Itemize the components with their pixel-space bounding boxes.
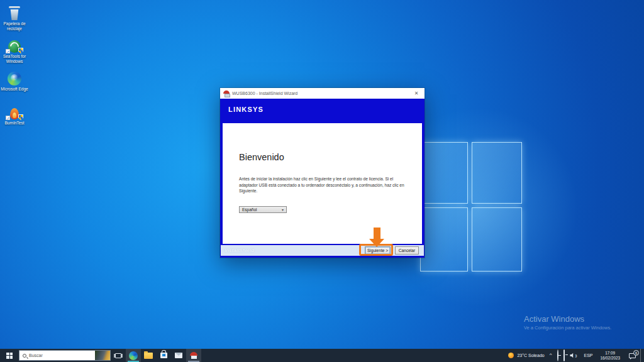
windows-logo-pane bbox=[420, 142, 468, 204]
desktop-icon-burnintest[interactable]: ↗ BurnInTest bbox=[0, 104, 29, 126]
dialog-titlebar[interactable]: WUSB6300 - InstallShield Wizard ✕ bbox=[220, 88, 425, 99]
close-icon[interactable]: ✕ bbox=[411, 90, 421, 96]
clock-date: 16/02/2023 bbox=[600, 356, 620, 360]
mail-icon bbox=[175, 353, 182, 358]
desktop-icon-label: SeaTools for Windows bbox=[1, 54, 28, 63]
microsoft-store-icon bbox=[160, 353, 167, 358]
cancel-button[interactable]: Cancelar bbox=[395, 246, 419, 255]
taskbar-edge-button[interactable] bbox=[126, 349, 141, 362]
system-tray: 23°C Soleado ^ )) ESP 17:09 16/02/2023 6 bbox=[508, 349, 644, 362]
show-desktop-button[interactable] bbox=[640, 349, 643, 362]
taskbar-file-explorer-button[interactable] bbox=[141, 349, 156, 362]
dialog-content-panel: Bienvenido Antes de iniciar la instalaci… bbox=[223, 123, 422, 244]
weather-widget[interactable]: 23°C Soleado bbox=[517, 353, 544, 358]
dialog-body: LINKSYS Bienvenido Antes de iniciar la i… bbox=[220, 99, 425, 258]
desktop-icon-label: Papelera de reciclaje bbox=[1, 21, 28, 31]
task-view-button[interactable] bbox=[111, 349, 126, 362]
taskbar-clock[interactable]: 17:09 16/02/2023 bbox=[600, 351, 620, 360]
search-icon bbox=[23, 354, 26, 358]
desktop-icon-label: BurnInTest bbox=[1, 121, 28, 126]
language-dropdown[interactable]: Español ▾ bbox=[239, 206, 287, 213]
annotation-arrow-head bbox=[369, 239, 384, 247]
shortcut-arrow-icon: ↗ bbox=[6, 49, 10, 53]
burnintest-icon: ↗ bbox=[7, 104, 22, 119]
task-view-icon bbox=[115, 353, 121, 358]
language-dropdown-value: Español bbox=[242, 207, 257, 212]
weather-temp: 23°C bbox=[517, 353, 527, 358]
uac-shield-icon bbox=[18, 48, 23, 53]
windows-logo bbox=[420, 142, 522, 272]
taskbar-store-button[interactable] bbox=[156, 349, 171, 362]
installshield-watermark: InstallShield bbox=[225, 248, 254, 253]
edge-icon bbox=[129, 351, 138, 360]
language-indicator[interactable]: ESP bbox=[584, 353, 592, 358]
dialog-title: WUSB6300 - InstallShield Wizard bbox=[232, 91, 409, 96]
sync-status-icon[interactable] bbox=[557, 350, 558, 361]
dialog-footer: InstallShield Siguiente > Cancelar bbox=[221, 245, 424, 256]
welcome-text: Antes de iniciar la instalación haz clic… bbox=[239, 176, 411, 194]
activation-watermark-subtitle: Ve a Configuración para activar Windows. bbox=[524, 325, 611, 331]
edge-icon bbox=[7, 70, 22, 85]
taskbar-mail-button[interactable] bbox=[171, 349, 186, 362]
recycle-bin-icon bbox=[7, 5, 22, 20]
taskbar: 23°C Soleado ^ )) ESP 17:09 16/02/2023 6 bbox=[0, 349, 644, 362]
installshield-app-icon bbox=[223, 90, 230, 96]
desktop-icon-label: Microsoft Edge bbox=[1, 87, 28, 92]
windows-start-icon bbox=[6, 353, 13, 359]
weather-sun-icon bbox=[508, 353, 514, 358]
clock-time: 17:09 bbox=[605, 351, 615, 355]
activation-watermark-title: Activar Windows bbox=[524, 314, 611, 324]
chevron-down-icon: ▾ bbox=[282, 207, 284, 212]
search-highlight-thumbnail[interactable] bbox=[95, 351, 110, 360]
linksys-logo: LINKSYS bbox=[228, 106, 264, 113]
search-input[interactable] bbox=[29, 353, 82, 358]
desktop-icon-recycle-bin[interactable]: Papelera de reciclaje bbox=[0, 5, 29, 31]
taskbar-installshield-button[interactable] bbox=[186, 349, 201, 362]
windows-logo-pane bbox=[420, 207, 468, 272]
action-center-button[interactable]: 6 bbox=[624, 349, 640, 362]
notification-badge: 6 bbox=[633, 350, 639, 356]
volume-icon[interactable]: )) bbox=[570, 353, 577, 358]
desktop-icon-edge[interactable]: Microsoft Edge bbox=[0, 70, 29, 92]
windows-logo-pane bbox=[472, 207, 522, 272]
installshield-app-icon bbox=[190, 352, 197, 359]
network-icon[interactable] bbox=[564, 350, 565, 361]
activation-watermark: Activar Windows Ve a Configuración para … bbox=[524, 314, 611, 331]
windows-logo-pane bbox=[472, 142, 522, 204]
show-hidden-icons-button[interactable]: ^ bbox=[550, 352, 552, 358]
seatools-icon: ↗ bbox=[7, 38, 22, 53]
desktop-icon-seatools[interactable]: ↗ SeaTools for Windows bbox=[0, 38, 29, 63]
weather-condition: Soleado bbox=[528, 353, 545, 358]
annotation-arrow bbox=[374, 228, 380, 239]
start-button[interactable] bbox=[0, 349, 19, 362]
welcome-heading: Bienvenido bbox=[239, 152, 284, 162]
shortcut-arrow-icon: ↗ bbox=[6, 116, 10, 120]
file-explorer-icon bbox=[144, 353, 153, 359]
uac-shield-icon bbox=[18, 114, 23, 120]
installshield-wizard-dialog: WUSB6300 - InstallShield Wizard ✕ LINKSY… bbox=[220, 88, 425, 258]
taskbar-search[interactable] bbox=[19, 350, 111, 361]
